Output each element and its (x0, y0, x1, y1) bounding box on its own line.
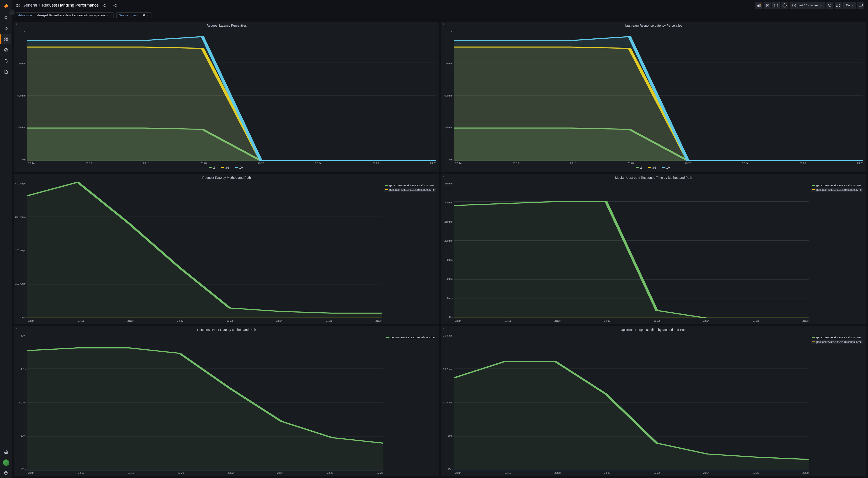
panel-request_latency_percentiles: iRequest Latency Percentiles1 s750 ms500… (14, 22, 439, 172)
plot-area[interactable] (454, 30, 863, 161)
nav-configuration[interactable] (1, 447, 11, 457)
legend-item[interactable]: post azurevote.aks.azure.sabbour.me/ (384, 188, 436, 192)
svg-point-9 (5, 452, 6, 453)
panel-info-icon[interactable]: i (443, 327, 444, 330)
add-panel-button[interactable] (755, 2, 763, 9)
x-axis: 23:1423:1623:1823:2023:2223:2423:2623:28 (15, 161, 436, 164)
panel-title[interactable]: Upstream Response Time by Method and Pat… (441, 326, 866, 333)
legend-item[interactable]: .95 (647, 166, 657, 169)
svg-line-32 (831, 6, 831, 7)
legend: get azurevote.aks.azure.sabbour.me/post … (382, 182, 436, 322)
user-avatar[interactable] (3, 459, 9, 466)
legend-item[interactable]: get azurevote.aks.azure.sabbour.me/ (811, 184, 863, 187)
header: General / Request Handling Performance L… (12, 0, 868, 11)
refresh-interval-label: 30s (845, 4, 850, 7)
panel-info-icon[interactable]: i (16, 327, 17, 330)
svg-rect-22 (757, 5, 758, 7)
svg-line-1 (7, 18, 7, 19)
svg-point-29 (784, 5, 785, 6)
legend-item[interactable]: .5 (208, 166, 216, 169)
svg-rect-23 (758, 5, 759, 7)
legend-item[interactable]: .99 (661, 166, 671, 169)
svg-marker-16 (103, 4, 107, 7)
svg-rect-3 (4, 38, 6, 39)
dashboards-icon (16, 3, 20, 7)
panel-title[interactable]: Response Error Rate by Method and Path (14, 326, 439, 333)
var-datasource-label: datasource (16, 12, 34, 18)
svg-rect-6 (6, 40, 7, 41)
save-dashboard-button[interactable] (764, 2, 771, 9)
panel-upstream_rt: iUpstream Response Time by Method and Pa… (441, 326, 866, 476)
breadcrumb: General / Request Handling Performance (23, 3, 98, 8)
svg-rect-12 (16, 4, 18, 5)
zoom-out-button[interactable] (826, 2, 833, 9)
nav-help[interactable] (1, 468, 11, 478)
breadcrumb-separator: / (39, 3, 40, 8)
grafana-logo[interactable] (2, 3, 10, 10)
legend-item[interactable]: get azurevote.aks.azure.sabbour.me/ (811, 336, 863, 339)
svg-point-25 (760, 4, 761, 5)
y-axis: 50%40%30.0%20%10% (15, 334, 27, 471)
panel-upstream_latency_percentiles: iUpstream Response Latency Percentiles1 … (441, 22, 866, 172)
panel-title[interactable]: Request Latency Percentiles (14, 22, 439, 29)
plot-area[interactable] (27, 30, 436, 161)
svg-rect-13 (18, 4, 20, 5)
nav-search[interactable] (1, 13, 11, 23)
svg-point-7 (4, 49, 8, 52)
svg-rect-4 (6, 38, 7, 39)
nav-starred[interactable] (1, 24, 11, 33)
panel-info-icon[interactable]: i (16, 23, 17, 26)
plot-area[interactable] (27, 334, 383, 471)
panel-median_upstream_rt: iMedian Upstream Response Time by Method… (441, 174, 866, 324)
y-axis: 1 s750 ms500 ms250 ms0 s (442, 30, 454, 161)
y-axis: 350 ms300 ms250 ms200 ms150 ms100 ms50 m… (442, 182, 454, 318)
refresh-interval-picker[interactable]: 30s (843, 2, 856, 9)
breadcrumb-folder[interactable]: General (23, 3, 37, 8)
chevron-down-icon (147, 14, 149, 17)
panel-info-icon[interactable]: i (443, 175, 444, 178)
legend-item[interactable]: post azurevote.aks.azure.sabbour.me/ (811, 188, 863, 192)
chevron-down-icon (109, 14, 111, 17)
nav-dashboards[interactable] (1, 34, 11, 44)
nav-pages[interactable] (1, 67, 11, 77)
panel-body: 1 s750 ms500 ms250 ms0 s23:1423:1623:182… (14, 29, 439, 172)
star-dashboard-button[interactable] (101, 2, 108, 9)
legend-item[interactable]: .5 (635, 166, 643, 169)
legend-item[interactable]: post azurevote.aks.azure.sabbour.me/ (811, 340, 863, 344)
legend: get azurevote.aks.azure.sabbour.me/post … (809, 334, 863, 474)
y-axis: 1 s750 ms500 ms250 ms0 s (15, 30, 27, 161)
cycle-view-mode-button[interactable] (857, 2, 864, 9)
panel-info-icon[interactable]: i (443, 23, 444, 26)
panel-title[interactable]: Request Rate by Method and Path (14, 174, 439, 181)
svg-rect-15 (18, 6, 20, 7)
plot-area[interactable] (454, 182, 809, 318)
x-axis: 23:1423:1623:1823:2023:2223:2423:2623:28 (15, 471, 383, 474)
panel-title[interactable]: Median Upstream Response Time by Method … (441, 174, 866, 181)
panel-request_rate: Request Rate by Method and Path400 req/s… (14, 174, 439, 324)
template-variables-row: datasource Managed_Prometheus_defaultazu… (12, 11, 868, 20)
share-dashboard-button[interactable] (111, 2, 119, 9)
legend-item[interactable]: .95 (220, 166, 230, 169)
expand-sidebar-button[interactable] (9, 10, 15, 15)
panel-title[interactable]: Upstream Response Latency Percentiles (441, 22, 866, 29)
legend-item[interactable]: get azurevote.aks.azure.sabbour.me/ (384, 184, 436, 187)
var-datasource-select[interactable]: Managed_Prometheus_defaultazuremonitorwo… (34, 12, 114, 18)
x-axis: 23:1423:1623:1823:2023:2223:2423:2623:28 (442, 161, 863, 164)
var-ingress-select[interactable]: All (140, 12, 151, 18)
time-range-picker[interactable]: Last 15 minutes (789, 2, 825, 9)
nav-explore[interactable] (1, 45, 11, 55)
nav-alerting[interactable] (1, 56, 11, 66)
legend-item[interactable]: .99 (234, 166, 244, 169)
x-axis: 23:1423:1623:1823:2023:2223:2423:2623:28 (442, 318, 809, 322)
panel-body: 2.08 min1.67 min1.25 min50 s25 s23:1423:… (441, 333, 866, 476)
legend-item[interactable]: get azurevote.aks.azure.sabbour.me/ (385, 336, 436, 339)
y-axis: 400 req/s300 req/s200 req/s100 req/s0 re… (15, 182, 27, 318)
panel-body: 1 s750 ms500 ms250 ms0 s23:1423:1623:182… (441, 29, 866, 172)
clock-icon (792, 3, 796, 7)
dashboard-settings-button[interactable] (781, 2, 788, 9)
dashboard-insights-button[interactable] (772, 2, 780, 9)
svg-point-0 (5, 16, 7, 19)
plot-area[interactable] (27, 182, 382, 318)
plot-area[interactable] (454, 334, 809, 471)
refresh-button[interactable] (835, 2, 842, 9)
